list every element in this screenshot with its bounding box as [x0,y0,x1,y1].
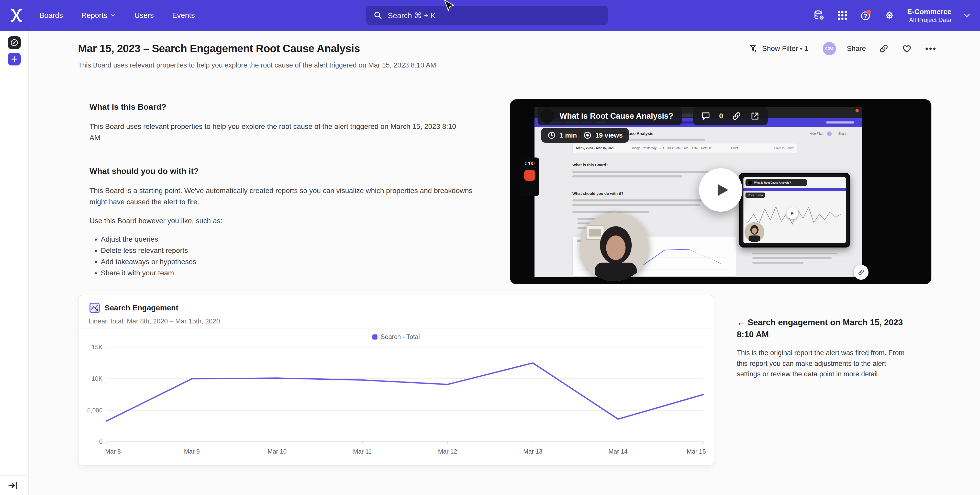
note-body: This is the original report the alert wa… [737,348,905,380]
chart-legend: Search - Total [78,333,714,341]
share-button[interactable]: Share [847,45,866,53]
report-title[interactable]: Search Engagement [105,304,178,312]
intro-heading-2: What should you do with it? [89,166,481,176]
list-item: Adjust the queries [101,234,481,245]
notification-badge [867,10,871,14]
mini-webcam-bubble [745,222,764,242]
search-placeholder: Search ⌘ + K [388,11,436,20]
svg-text:Mar 10: Mar 10 [267,448,287,455]
nav-item-reports[interactable]: Reports [81,11,116,20]
video-stats-pill: 1 min 19 views [541,128,629,143]
svg-text:Mar 11: Mar 11 [353,448,372,455]
list-item: Add takeaways or hypotheses [101,256,481,267]
intro-paragraph-2: This Board is a starting point. We've au… [89,185,473,208]
nav-item-users[interactable]: Users [134,11,154,20]
more-options-button[interactable]: ••• [925,44,937,54]
video-player[interactable]: Search Engagement Root Cause Analysis Hi… [510,99,931,284]
svg-text:Mar 12: Mar 12 [438,448,457,455]
chevron-down-icon[interactable] [963,11,971,19]
avatar[interactable]: CM [823,42,836,55]
list-item: Delete less relevant reports [101,245,481,256]
video-action-pill: 0 [693,107,768,125]
mini-video-player: What is Root Cause Analysis? 18 sec1 vie… [739,173,850,247]
report-subtitle: Linear, total, Mar 8th, 2020 – Mar 15th,… [89,317,220,325]
svg-text:Mar 9: Mar 9 [184,448,200,455]
legend-swatch [372,334,377,339]
recording-toolbar: 0:00 [520,158,539,196]
svg-text:Mar 15: Mar 15 [687,448,706,455]
card-divider [78,329,714,329]
expand-sidebar-button[interactable] [8,480,19,491]
project-name: E-Commerce [907,7,951,16]
intro-paragraph-1: This Board uses relevant properties to h… [89,121,463,143]
video-title: What is Root Cause Analysis? [560,111,673,121]
nav-item-events[interactable]: Events [172,11,195,20]
line-chart[interactable]: 05,00010K15KMar 8Mar 9Mar 10Mar 11Mar 12… [85,344,708,460]
clock-icon [547,131,556,140]
mini-h1: What is this Board? [572,162,608,167]
mini-h2: What should you do with it? [572,191,624,196]
nav-item-boards[interactable]: Boards [40,11,63,20]
show-filter-button[interactable]: Show Filter • 1 [762,45,808,53]
legend-label: Search - Total [380,333,420,341]
filter-plus-icon[interactable] [749,44,759,53]
project-switcher[interactable]: E-Commerce All Project Data [907,7,951,24]
discover-button[interactable] [8,36,21,49]
compass-icon [10,38,19,47]
note-heading: ← Search engagement on March 15, 2023 8:… [737,317,905,341]
list-item: Share it with your team [101,267,481,279]
chevron-down-icon [110,13,116,18]
stop-recording-button[interactable] [524,170,535,181]
sidebar-divider [0,475,28,476]
mini-toolbar: Mar 9, 2023 – Mar 15, 2023 Today Yesterd… [572,143,797,153]
intro-section: What is this Board? This Board uses rele… [89,102,481,279]
mini-hide-filter: Hide Filter [810,132,824,135]
video-avatar [540,109,554,123]
page-title: Mar 15, 2023 – Search Engagement Root Ca… [78,43,360,55]
page-subtitle: This Board uses relevant properties to h… [78,61,436,69]
mini-avatar [827,131,832,136]
views-icon [583,131,592,140]
svg-text:Mar 8: Mar 8 [105,448,121,455]
comment-icon[interactable] [701,111,711,121]
link-icon[interactable] [732,111,741,121]
favorite-heart-icon[interactable] [902,43,912,54]
mini-play-button[interactable] [786,207,798,219]
note-section: ← Search engagement on March 15, 2023 8:… [737,317,905,380]
intro-paragraph-3: Use this Board however you like, such as… [89,215,481,226]
expand-arrow-icon [8,480,19,491]
plus-icon [11,55,18,63]
svg-text:5,000: 5,000 [87,407,103,414]
svg-text:Mar 13: Mar 13 [523,448,542,455]
recording-dot [856,109,859,112]
search-icon [373,11,383,20]
data-management-icon[interactable] [813,10,825,21]
svg-text:Mar 14: Mar 14 [608,448,628,455]
open-external-icon[interactable] [750,111,760,121]
presenter-webcam-bubble [580,212,649,281]
nav-menu: Boards Reports Users Events [40,0,195,31]
svg-text:0: 0 [99,438,103,445]
search-input[interactable]: Search ⌘ + K [366,6,608,25]
report-card-search-engagement[interactable]: Search Engagement Linear, total, Mar 8th… [78,295,714,466]
create-new-button[interactable] [8,53,21,65]
board-actions: Show Filter • 1 CM Share ••• [749,40,937,57]
mini-share: Share [838,132,846,135]
video-link-button[interactable] [854,265,869,280]
recording-time: 0:00 [520,161,539,166]
mixpanel-logo-icon[interactable] [8,6,25,24]
copy-link-icon[interactable] [879,43,889,54]
video-duration: 1 min [560,131,577,139]
intro-bullet-list: Adjust the queries Delete less relevant … [101,234,481,279]
svg-text:15K: 15K [92,344,103,350]
mini-video-stats: 18 sec1 view [746,193,765,197]
play-button[interactable] [699,168,742,212]
video-title-pill: What is Root Cause Analysis? [538,107,682,125]
settings-gear-icon[interactable] [884,10,895,21]
project-scope: All Project Data [907,16,951,24]
apps-grid-icon[interactable] [837,10,848,21]
video-views: 19 views [595,131,623,139]
mouse-cursor [444,0,455,12]
line-chart-report-icon [89,302,100,314]
help-icon[interactable]: ? [860,10,872,21]
